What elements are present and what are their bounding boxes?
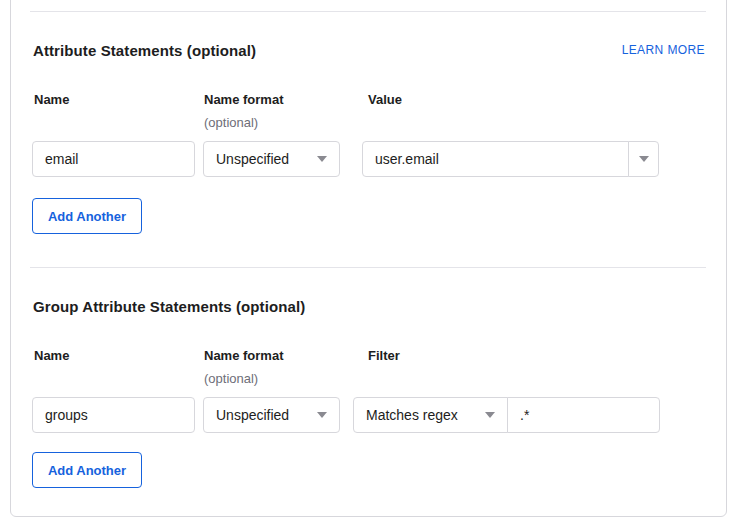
attribute-statements-title: Attribute Statements (optional) (33, 42, 256, 59)
group-add-another-button[interactable]: Add Another (32, 452, 142, 488)
group-name-input[interactable] (32, 397, 195, 433)
attr-add-another-button[interactable]: Add Another (32, 198, 142, 234)
chevron-down-icon (317, 156, 327, 162)
group-filter-type-value: Matches regex (366, 407, 458, 423)
attr-col-name-label: Name (34, 92, 69, 107)
group-col-name-label: Name (34, 348, 69, 363)
section-divider-top (30, 11, 706, 12)
learn-more-link[interactable]: LEARN MORE (622, 43, 705, 57)
group-col-filter-label: Filter (368, 348, 400, 363)
group-name-format-value: Unspecified (216, 407, 289, 423)
attr-value-input[interactable] (362, 141, 629, 177)
group-filter-value-input[interactable] (507, 397, 660, 433)
attr-value-dropdown-toggle[interactable] (628, 141, 659, 177)
attr-col-format-label: Name format (204, 92, 283, 107)
group-attribute-statements-title: Group Attribute Statements (optional) (33, 298, 305, 315)
attr-name-format-value: Unspecified (216, 151, 289, 167)
chevron-down-icon (317, 412, 327, 418)
attr-name-format-select[interactable]: Unspecified (203, 141, 340, 177)
section-divider-middle (30, 267, 706, 268)
attr-col-format-optional-label: (optional) (204, 115, 258, 130)
group-filter-type-select[interactable]: Matches regex (353, 397, 508, 433)
saml-settings-page: Attribute Statements (optional) LEARN MO… (0, 0, 737, 530)
chevron-down-icon (639, 156, 649, 162)
attr-col-value-label: Value (368, 92, 402, 107)
chevron-down-icon (485, 412, 495, 418)
group-col-format-label: Name format (204, 348, 283, 363)
attr-name-input[interactable] (32, 141, 195, 177)
settings-card (10, 0, 727, 517)
group-col-format-optional-label: (optional) (204, 371, 258, 386)
group-name-format-select[interactable]: Unspecified (203, 397, 340, 433)
